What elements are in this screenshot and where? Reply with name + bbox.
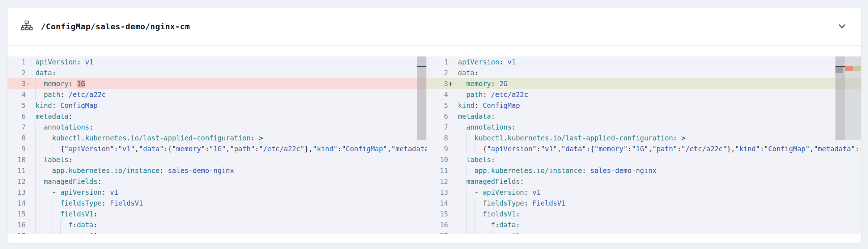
- diff-marker: [448, 187, 455, 198]
- line-number: 12: [8, 176, 26, 187]
- code-text: .: {}: [33, 230, 427, 234]
- indent-guide: [483, 219, 483, 230]
- diff-marker: [448, 89, 455, 100]
- diff-marker: [26, 143, 33, 154]
- line-number: 1: [8, 56, 26, 67]
- resource-path-title: /ConfigMap/sales-demo/nginx-cm: [41, 22, 190, 31]
- indent-guide: [483, 230, 483, 234]
- diff-marker: [26, 198, 33, 208]
- line-number: 14: [8, 198, 26, 208]
- right-editor-scrollbar[interactable]: [835, 56, 845, 140]
- diff-line: 4 path: /etc/a22c: [8, 89, 427, 100]
- code-text: managedFields:: [455, 176, 861, 187]
- diff-marker: [448, 111, 455, 122]
- code-text: fieldsType: FieldsV1: [455, 198, 861, 208]
- indent-guide: [44, 143, 44, 154]
- indent-guide: [52, 208, 52, 219]
- indent-guide: [458, 132, 458, 143]
- indent-guide: [44, 219, 44, 230]
- indent-guide: [458, 143, 458, 154]
- code-text: - apiVersion: v1: [33, 187, 427, 198]
- code-text: labels:: [455, 154, 861, 165]
- diff-marker: [26, 219, 33, 230]
- resource-hierarchy-icon: [20, 20, 34, 33]
- diff-marker: [448, 100, 455, 111]
- indent-guide: [35, 187, 36, 198]
- indent-guide: [35, 143, 36, 154]
- line-number: 6: [8, 111, 26, 122]
- diff-marker: −: [26, 78, 33, 89]
- diff-line: 15 fieldsV1:: [427, 208, 861, 219]
- line-number: 10: [8, 154, 26, 165]
- diff-marker: [448, 176, 455, 187]
- left-editor-scrollbar[interactable]: [417, 56, 426, 140]
- diff-line: 2data:: [427, 67, 861, 78]
- diff-line: 2data:: [8, 67, 427, 78]
- diff-line: 7 annotations:: [8, 122, 427, 132]
- diff-line: 8 kubectl.kubernetes.io/last-applied-con…: [8, 132, 427, 143]
- line-number: 17: [8, 230, 26, 234]
- indent-guide: [475, 198, 475, 208]
- indent-guide: [458, 154, 458, 165]
- code-text: apiVersion: v1: [33, 56, 427, 67]
- diff-marker: [26, 89, 33, 100]
- indent-guide: [52, 143, 52, 154]
- diff-line: 17 .: {}: [8, 230, 427, 234]
- line-number: 15: [8, 208, 26, 219]
- diff-marker: [26, 67, 33, 78]
- code-text: fieldsType: FieldsV1: [33, 198, 427, 208]
- line-number: 6: [427, 111, 448, 122]
- code-text: app.kubernetes.io/instance: sales-demo-n…: [455, 165, 861, 176]
- diff-marker: [448, 132, 455, 143]
- line-number: 16: [8, 219, 26, 230]
- diff-marker: [26, 132, 33, 143]
- diff-marker: +: [448, 78, 455, 89]
- indent-guide: [466, 198, 467, 208]
- diff-line: 12 managedFields:: [427, 176, 861, 187]
- line-number: 3: [8, 78, 26, 89]
- diff-line: 14 fieldsType: FieldsV1: [8, 198, 427, 208]
- indent-guide: [44, 165, 44, 176]
- diff-marker: [26, 230, 33, 234]
- code-text: {"apiVersion":"v1","data":{"memory":"1G"…: [455, 143, 861, 154]
- code-text: memory: 1G: [33, 78, 427, 89]
- indent-guide: [466, 208, 467, 219]
- indent-guide: [60, 219, 61, 230]
- code-text: data:: [455, 67, 861, 78]
- diff-line: 13 - apiVersion: v1: [427, 187, 861, 198]
- indent-guide: [466, 132, 467, 143]
- indent-guide: [466, 219, 467, 230]
- indent-guide: [458, 219, 458, 230]
- code-text: kubectl.kubernetes.io/last-applied-confi…: [455, 132, 861, 143]
- diff-marker: [448, 198, 455, 208]
- chevron-down-icon[interactable]: [837, 22, 847, 30]
- code-text: apiVersion: v1: [455, 56, 861, 67]
- code-text: data:: [33, 67, 427, 78]
- line-number: 13: [8, 187, 26, 198]
- code-text: fieldsV1:: [455, 208, 861, 219]
- diff-line: 3+ memory: 2G: [427, 78, 861, 89]
- diff-line: 5kind: ConfigMap: [427, 100, 861, 111]
- indent-guide: [52, 198, 52, 208]
- diff-pane-original[interactable]: 1apiVersion: v12data:3− memory: 1G4 path…: [8, 56, 427, 234]
- indent-guide: [35, 89, 36, 100]
- code-text: metadata:: [33, 111, 427, 122]
- diff-line: 16 f:data:: [8, 219, 427, 230]
- diff-line: 11 app.kubernetes.io/instance: sales-dem…: [8, 165, 427, 176]
- indent-guide: [466, 230, 467, 234]
- resource-diff-card: /ConfigMap/sales-demo/nginx-cm 1apiVersi…: [7, 7, 861, 243]
- diff-marker: [448, 208, 455, 219]
- diff-line: 6metadata:: [8, 111, 427, 122]
- line-number: 5: [427, 100, 448, 111]
- indent-guide: [35, 219, 36, 230]
- indent-guide: [475, 208, 475, 219]
- diff-marker: [26, 208, 33, 219]
- diff-line: 12 managedFields:: [8, 176, 427, 187]
- indent-guide: [458, 176, 458, 187]
- line-number: 11: [427, 165, 448, 176]
- diff-pane-modified[interactable]: 1apiVersion: v12data:3+ memory: 2G4 path…: [427, 56, 861, 234]
- scrollbar-diff-mark: [417, 66, 426, 67]
- indent-guide: [35, 78, 36, 89]
- resource-header: /ConfigMap/sales-demo/nginx-cm: [8, 8, 861, 46]
- line-number: 4: [427, 89, 448, 100]
